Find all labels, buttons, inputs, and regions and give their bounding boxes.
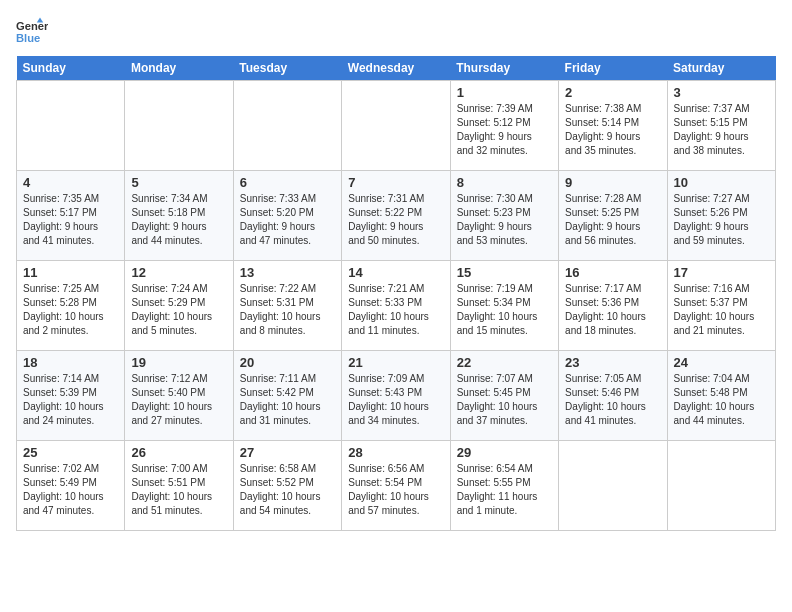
day-cell: 2Sunrise: 7:38 AM Sunset: 5:14 PM Daylig…: [559, 81, 667, 171]
date-number: 2: [565, 85, 660, 100]
date-number: 6: [240, 175, 335, 190]
date-number: 9: [565, 175, 660, 190]
day-cell: 5Sunrise: 7:34 AM Sunset: 5:18 PM Daylig…: [125, 171, 233, 261]
day-info: Sunrise: 6:54 AM Sunset: 5:55 PM Dayligh…: [457, 462, 552, 518]
day-info: Sunrise: 7:35 AM Sunset: 5:17 PM Dayligh…: [23, 192, 118, 248]
day-cell: 28Sunrise: 6:56 AM Sunset: 5:54 PM Dayli…: [342, 441, 450, 531]
day-cell: 16Sunrise: 7:17 AM Sunset: 5:36 PM Dayli…: [559, 261, 667, 351]
day-info: Sunrise: 7:09 AM Sunset: 5:43 PM Dayligh…: [348, 372, 443, 428]
day-info: Sunrise: 7:00 AM Sunset: 5:51 PM Dayligh…: [131, 462, 226, 518]
date-number: 26: [131, 445, 226, 460]
day-cell: [233, 81, 341, 171]
date-number: 7: [348, 175, 443, 190]
date-number: 21: [348, 355, 443, 370]
day-cell: 21Sunrise: 7:09 AM Sunset: 5:43 PM Dayli…: [342, 351, 450, 441]
day-cell: 24Sunrise: 7:04 AM Sunset: 5:48 PM Dayli…: [667, 351, 775, 441]
date-number: 12: [131, 265, 226, 280]
col-header-wednesday: Wednesday: [342, 56, 450, 81]
date-number: 24: [674, 355, 769, 370]
day-info: Sunrise: 7:37 AM Sunset: 5:15 PM Dayligh…: [674, 102, 769, 158]
date-number: 13: [240, 265, 335, 280]
day-cell: 18Sunrise: 7:14 AM Sunset: 5:39 PM Dayli…: [17, 351, 125, 441]
date-number: 11: [23, 265, 118, 280]
day-cell: 7Sunrise: 7:31 AM Sunset: 5:22 PM Daylig…: [342, 171, 450, 261]
date-number: 15: [457, 265, 552, 280]
day-info: Sunrise: 7:07 AM Sunset: 5:45 PM Dayligh…: [457, 372, 552, 428]
col-header-sunday: Sunday: [17, 56, 125, 81]
day-info: Sunrise: 7:11 AM Sunset: 5:42 PM Dayligh…: [240, 372, 335, 428]
day-cell: 4Sunrise: 7:35 AM Sunset: 5:17 PM Daylig…: [17, 171, 125, 261]
date-number: 18: [23, 355, 118, 370]
day-cell: 14Sunrise: 7:21 AM Sunset: 5:33 PM Dayli…: [342, 261, 450, 351]
day-info: Sunrise: 7:14 AM Sunset: 5:39 PM Dayligh…: [23, 372, 118, 428]
day-info: Sunrise: 7:22 AM Sunset: 5:31 PM Dayligh…: [240, 282, 335, 338]
date-number: 25: [23, 445, 118, 460]
day-info: Sunrise: 7:19 AM Sunset: 5:34 PM Dayligh…: [457, 282, 552, 338]
week-row-0: 1Sunrise: 7:39 AM Sunset: 5:12 PM Daylig…: [17, 81, 776, 171]
day-cell: [17, 81, 125, 171]
day-cell: 22Sunrise: 7:07 AM Sunset: 5:45 PM Dayli…: [450, 351, 558, 441]
date-number: 19: [131, 355, 226, 370]
day-cell: 15Sunrise: 7:19 AM Sunset: 5:34 PM Dayli…: [450, 261, 558, 351]
week-row-1: 4Sunrise: 7:35 AM Sunset: 5:17 PM Daylig…: [17, 171, 776, 261]
date-number: 5: [131, 175, 226, 190]
col-header-monday: Monday: [125, 56, 233, 81]
day-info: Sunrise: 7:02 AM Sunset: 5:49 PM Dayligh…: [23, 462, 118, 518]
day-info: Sunrise: 7:21 AM Sunset: 5:33 PM Dayligh…: [348, 282, 443, 338]
day-cell: 8Sunrise: 7:30 AM Sunset: 5:23 PM Daylig…: [450, 171, 558, 261]
day-info: Sunrise: 7:04 AM Sunset: 5:48 PM Dayligh…: [674, 372, 769, 428]
day-info: Sunrise: 7:27 AM Sunset: 5:26 PM Dayligh…: [674, 192, 769, 248]
day-info: Sunrise: 7:38 AM Sunset: 5:14 PM Dayligh…: [565, 102, 660, 158]
day-cell: [667, 441, 775, 531]
day-cell: [559, 441, 667, 531]
date-number: 3: [674, 85, 769, 100]
date-number: 10: [674, 175, 769, 190]
day-cell: 19Sunrise: 7:12 AM Sunset: 5:40 PM Dayli…: [125, 351, 233, 441]
date-number: 4: [23, 175, 118, 190]
day-cell: 26Sunrise: 7:00 AM Sunset: 5:51 PM Dayli…: [125, 441, 233, 531]
day-cell: 29Sunrise: 6:54 AM Sunset: 5:55 PM Dayli…: [450, 441, 558, 531]
day-info: Sunrise: 7:25 AM Sunset: 5:28 PM Dayligh…: [23, 282, 118, 338]
day-info: Sunrise: 7:16 AM Sunset: 5:37 PM Dayligh…: [674, 282, 769, 338]
week-row-2: 11Sunrise: 7:25 AM Sunset: 5:28 PM Dayli…: [17, 261, 776, 351]
date-number: 17: [674, 265, 769, 280]
day-info: Sunrise: 7:24 AM Sunset: 5:29 PM Dayligh…: [131, 282, 226, 338]
day-cell: 23Sunrise: 7:05 AM Sunset: 5:46 PM Dayli…: [559, 351, 667, 441]
col-header-tuesday: Tuesday: [233, 56, 341, 81]
date-number: 22: [457, 355, 552, 370]
day-info: Sunrise: 7:34 AM Sunset: 5:18 PM Dayligh…: [131, 192, 226, 248]
day-info: Sunrise: 6:58 AM Sunset: 5:52 PM Dayligh…: [240, 462, 335, 518]
logo-icon: General Blue: [16, 16, 48, 48]
svg-text:Blue: Blue: [16, 32, 40, 44]
day-info: Sunrise: 7:30 AM Sunset: 5:23 PM Dayligh…: [457, 192, 552, 248]
day-cell: 6Sunrise: 7:33 AM Sunset: 5:20 PM Daylig…: [233, 171, 341, 261]
day-cell: 11Sunrise: 7:25 AM Sunset: 5:28 PM Dayli…: [17, 261, 125, 351]
col-header-saturday: Saturday: [667, 56, 775, 81]
page-header: General Blue: [16, 16, 776, 48]
date-number: 27: [240, 445, 335, 460]
day-cell: 13Sunrise: 7:22 AM Sunset: 5:31 PM Dayli…: [233, 261, 341, 351]
day-cell: 9Sunrise: 7:28 AM Sunset: 5:25 PM Daylig…: [559, 171, 667, 261]
day-cell: 20Sunrise: 7:11 AM Sunset: 5:42 PM Dayli…: [233, 351, 341, 441]
day-info: Sunrise: 7:31 AM Sunset: 5:22 PM Dayligh…: [348, 192, 443, 248]
day-info: Sunrise: 7:39 AM Sunset: 5:12 PM Dayligh…: [457, 102, 552, 158]
day-info: Sunrise: 7:17 AM Sunset: 5:36 PM Dayligh…: [565, 282, 660, 338]
svg-text:General: General: [16, 20, 48, 32]
day-info: Sunrise: 6:56 AM Sunset: 5:54 PM Dayligh…: [348, 462, 443, 518]
day-info: Sunrise: 7:28 AM Sunset: 5:25 PM Dayligh…: [565, 192, 660, 248]
date-number: 1: [457, 85, 552, 100]
day-info: Sunrise: 7:33 AM Sunset: 5:20 PM Dayligh…: [240, 192, 335, 248]
week-row-3: 18Sunrise: 7:14 AM Sunset: 5:39 PM Dayli…: [17, 351, 776, 441]
logo: General Blue: [16, 16, 54, 48]
week-row-4: 25Sunrise: 7:02 AM Sunset: 5:49 PM Dayli…: [17, 441, 776, 531]
header-row: SundayMondayTuesdayWednesdayThursdayFrid…: [17, 56, 776, 81]
day-cell: 3Sunrise: 7:37 AM Sunset: 5:15 PM Daylig…: [667, 81, 775, 171]
day-cell: [342, 81, 450, 171]
date-number: 23: [565, 355, 660, 370]
date-number: 29: [457, 445, 552, 460]
day-info: Sunrise: 7:12 AM Sunset: 5:40 PM Dayligh…: [131, 372, 226, 428]
day-info: Sunrise: 7:05 AM Sunset: 5:46 PM Dayligh…: [565, 372, 660, 428]
day-cell: 10Sunrise: 7:27 AM Sunset: 5:26 PM Dayli…: [667, 171, 775, 261]
col-header-friday: Friday: [559, 56, 667, 81]
day-cell: 25Sunrise: 7:02 AM Sunset: 5:49 PM Dayli…: [17, 441, 125, 531]
